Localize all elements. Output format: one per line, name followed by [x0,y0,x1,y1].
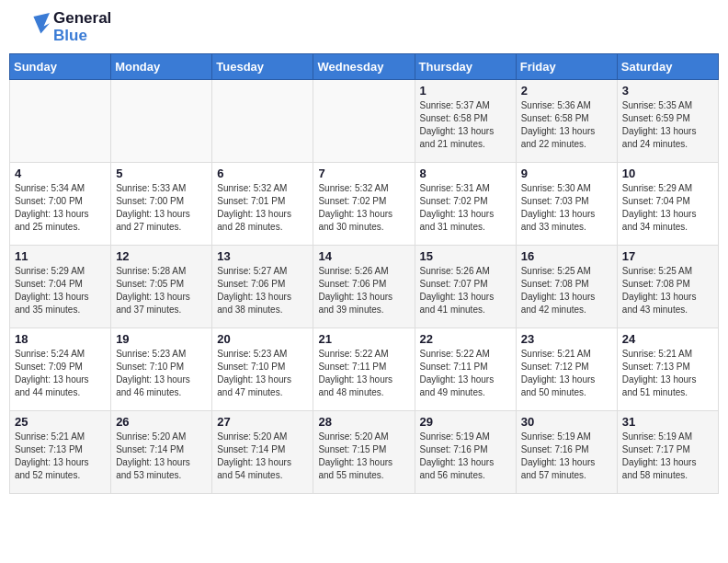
day-number: 6 [217,167,308,180]
page-header: GeneralBlue [9,9,719,46]
day-info: Sunrise: 5:26 AM Sunset: 7:06 PM Dayligh… [318,265,409,316]
calendar-cell: 2Sunrise: 5:36 AM Sunset: 6:58 PM Daylig… [516,80,617,163]
calendar-table: SundayMondayTuesdayWednesdayThursdayFrid… [9,53,719,494]
day-info: Sunrise: 5:26 AM Sunset: 7:07 PM Dayligh… [420,265,511,316]
weekday-wednesday: Wednesday [313,54,415,80]
day-number: 4 [15,167,106,180]
day-number: 1 [420,84,511,98]
day-number: 15 [420,249,511,263]
weekday-sunday: Sunday [10,54,111,80]
calendar-cell: 6Sunrise: 5:32 AM Sunset: 7:01 PM Daylig… [212,163,313,246]
day-number: 3 [622,84,713,98]
day-number: 11 [15,249,106,263]
day-info: Sunrise: 5:22 AM Sunset: 7:11 PM Dayligh… [420,348,511,399]
day-number: 31 [622,415,713,429]
calendar-cell: 18Sunrise: 5:24 AM Sunset: 7:09 PM Dayli… [10,328,111,411]
day-info: Sunrise: 5:35 AM Sunset: 6:59 PM Dayligh… [622,99,713,151]
day-info: Sunrise: 5:32 AM Sunset: 7:02 PM Dayligh… [318,182,409,234]
day-info: Sunrise: 5:34 AM Sunset: 7:00 PM Dayligh… [15,182,106,234]
calendar-cell: 30Sunrise: 5:19 AM Sunset: 7:16 PM Dayli… [516,411,617,494]
weekday-row: SundayMondayTuesdayWednesdayThursdayFrid… [10,54,719,80]
day-number: 25 [15,415,106,429]
calendar-cell: 28Sunrise: 5:20 AM Sunset: 7:15 PM Dayli… [313,411,415,494]
week-row-1: 1Sunrise: 5:37 AM Sunset: 6:58 PM Daylig… [10,80,719,163]
logo-bird-icon [13,9,50,46]
day-number: 17 [622,249,713,263]
weekday-saturday: Saturday [617,54,718,80]
calendar-cell: 3Sunrise: 5:35 AM Sunset: 6:59 PM Daylig… [617,80,718,163]
logo-general-text: General [53,10,111,28]
day-number: 5 [116,167,207,180]
weekday-thursday: Thursday [415,54,516,80]
day-info: Sunrise: 5:22 AM Sunset: 7:11 PM Dayligh… [318,348,409,399]
calendar-cell: 24Sunrise: 5:21 AM Sunset: 7:13 PM Dayli… [617,328,718,411]
day-number: 16 [521,249,612,263]
day-number: 22 [420,332,511,346]
calendar-cell: 1Sunrise: 5:37 AM Sunset: 6:58 PM Daylig… [415,80,516,163]
day-number: 20 [217,332,308,346]
day-number: 23 [521,332,612,346]
calendar-cell: 8Sunrise: 5:31 AM Sunset: 7:02 PM Daylig… [415,163,516,246]
day-number: 7 [318,167,409,180]
calendar-cell: 10Sunrise: 5:29 AM Sunset: 7:04 PM Dayli… [617,163,718,246]
day-number: 9 [521,167,612,180]
calendar-cell: 12Sunrise: 5:28 AM Sunset: 7:05 PM Dayli… [111,246,212,328]
day-info: Sunrise: 5:20 AM Sunset: 7:14 PM Dayligh… [217,431,308,482]
calendar-cell: 14Sunrise: 5:26 AM Sunset: 7:06 PM Dayli… [313,246,415,328]
calendar-cell [111,80,212,163]
calendar-cell: 17Sunrise: 5:25 AM Sunset: 7:08 PM Dayli… [617,246,718,328]
logo: GeneralBlue [13,9,111,46]
day-number: 8 [420,167,511,180]
day-info: Sunrise: 5:20 AM Sunset: 7:15 PM Dayligh… [318,431,409,482]
logo-blue-text: Blue [53,28,111,45]
day-info: Sunrise: 5:28 AM Sunset: 7:05 PM Dayligh… [116,265,207,316]
day-number: 19 [116,332,207,346]
calendar-cell: 4Sunrise: 5:34 AM Sunset: 7:00 PM Daylig… [10,163,111,246]
day-number: 28 [318,415,409,429]
calendar-cell: 7Sunrise: 5:32 AM Sunset: 7:02 PM Daylig… [313,163,415,246]
calendar-cell: 31Sunrise: 5:19 AM Sunset: 7:17 PM Dayli… [617,411,718,494]
calendar-cell [313,80,415,163]
day-number: 30 [521,415,612,429]
calendar-cell: 16Sunrise: 5:25 AM Sunset: 7:08 PM Dayli… [516,246,617,328]
day-info: Sunrise: 5:37 AM Sunset: 6:58 PM Dayligh… [420,99,511,151]
day-info: Sunrise: 5:21 AM Sunset: 7:13 PM Dayligh… [622,348,713,399]
day-number: 27 [217,415,308,429]
day-info: Sunrise: 5:25 AM Sunset: 7:08 PM Dayligh… [521,265,612,316]
day-number: 18 [15,332,106,346]
day-info: Sunrise: 5:31 AM Sunset: 7:02 PM Dayligh… [420,182,511,234]
calendar-cell: 26Sunrise: 5:20 AM Sunset: 7:14 PM Dayli… [111,411,212,494]
calendar-cell [10,80,111,163]
logo-name: GeneralBlue [53,10,111,44]
day-number: 10 [622,167,713,180]
day-number: 29 [420,415,511,429]
calendar-cell: 25Sunrise: 5:21 AM Sunset: 7:13 PM Dayli… [10,411,111,494]
day-number: 14 [318,249,409,263]
day-info: Sunrise: 5:21 AM Sunset: 7:13 PM Dayligh… [15,431,106,482]
calendar-cell: 21Sunrise: 5:22 AM Sunset: 7:11 PM Dayli… [313,328,415,411]
calendar-header: SundayMondayTuesdayWednesdayThursdayFrid… [10,54,719,80]
calendar-cell: 22Sunrise: 5:22 AM Sunset: 7:11 PM Dayli… [415,328,516,411]
day-info: Sunrise: 5:23 AM Sunset: 7:10 PM Dayligh… [217,348,308,399]
weekday-tuesday: Tuesday [212,54,313,80]
calendar-cell: 29Sunrise: 5:19 AM Sunset: 7:16 PM Dayli… [415,411,516,494]
calendar-cell: 9Sunrise: 5:30 AM Sunset: 7:03 PM Daylig… [516,163,617,246]
day-info: Sunrise: 5:27 AM Sunset: 7:06 PM Dayligh… [217,265,308,316]
week-row-5: 25Sunrise: 5:21 AM Sunset: 7:13 PM Dayli… [10,411,719,494]
calendar-cell: 11Sunrise: 5:29 AM Sunset: 7:04 PM Dayli… [10,246,111,328]
calendar-cell: 20Sunrise: 5:23 AM Sunset: 7:10 PM Dayli… [212,328,313,411]
week-row-3: 11Sunrise: 5:29 AM Sunset: 7:04 PM Dayli… [10,246,719,328]
calendar-cell: 23Sunrise: 5:21 AM Sunset: 7:12 PM Dayli… [516,328,617,411]
calendar-cell [212,80,313,163]
day-info: Sunrise: 5:25 AM Sunset: 7:08 PM Dayligh… [622,265,713,316]
day-info: Sunrise: 5:29 AM Sunset: 7:04 PM Dayligh… [622,182,713,234]
day-info: Sunrise: 5:29 AM Sunset: 7:04 PM Dayligh… [15,265,106,316]
day-number: 13 [217,249,308,263]
day-number: 26 [116,415,207,429]
day-info: Sunrise: 5:32 AM Sunset: 7:01 PM Dayligh… [217,182,308,234]
weekday-monday: Monday [111,54,212,80]
day-number: 2 [521,84,612,98]
day-info: Sunrise: 5:19 AM Sunset: 7:16 PM Dayligh… [521,431,612,482]
calendar-cell: 19Sunrise: 5:23 AM Sunset: 7:10 PM Dayli… [111,328,212,411]
day-info: Sunrise: 5:30 AM Sunset: 7:03 PM Dayligh… [521,182,612,234]
